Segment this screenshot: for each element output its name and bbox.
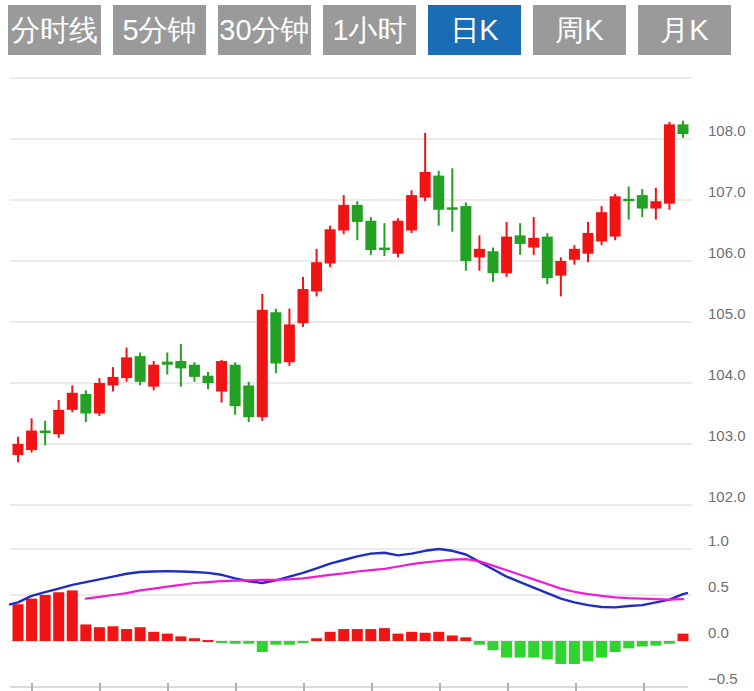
candle-body	[623, 199, 634, 201]
macd-histogram-bar	[420, 633, 431, 641]
macd-histogram-bar	[352, 629, 363, 641]
macd-histogram-bar	[569, 641, 580, 664]
macd-histogram-bar	[175, 636, 186, 641]
macd-histogram-bar	[284, 641, 295, 645]
candle-body	[257, 310, 268, 417]
candle-body	[297, 289, 308, 323]
macd-histogram-bar	[13, 604, 24, 641]
candle-body	[501, 237, 512, 274]
candle-body	[311, 262, 322, 291]
macd-histogram-bar	[447, 635, 458, 641]
macd-histogram-bar	[474, 641, 485, 645]
chart-canvas: 108.0107.0106.0105.0104.0103.0102.01.00.…	[0, 0, 754, 691]
candle-body	[216, 361, 227, 392]
candle-body	[610, 196, 621, 236]
candle-body	[447, 207, 458, 209]
candle-body	[148, 365, 159, 387]
candle-body	[528, 238, 539, 248]
candle-body	[284, 324, 295, 362]
candle-body	[338, 205, 349, 231]
candle-body	[135, 356, 146, 382]
macd-histogram-bar	[637, 641, 648, 647]
candle-body	[13, 444, 24, 455]
macd-histogram-bar	[243, 641, 254, 644]
macd-histogram-bar	[610, 641, 621, 652]
macd-histogram-bar	[582, 641, 593, 661]
tab-daily-k[interactable]: 日K	[428, 5, 521, 55]
macd-histogram-bar	[270, 641, 281, 645]
candle-body	[596, 212, 607, 241]
candle-body	[650, 201, 661, 208]
candle-body	[40, 431, 51, 433]
candle-body	[542, 237, 553, 278]
macd-histogram-bar	[487, 641, 498, 650]
candle-body	[365, 221, 376, 250]
candle-body	[53, 410, 64, 434]
macd-histogram-bar	[107, 626, 118, 641]
macd-histogram-bar	[162, 634, 173, 641]
macd-histogram-bar	[189, 638, 200, 641]
candle-body	[433, 176, 444, 210]
candle-body	[80, 394, 91, 414]
macd-histogram-bar	[460, 637, 471, 641]
macd-histogram-bar	[555, 641, 566, 664]
macd-histogram-bar	[501, 641, 512, 658]
macd-histogram-bar	[202, 640, 213, 642]
macd-histogram-bar	[623, 641, 634, 648]
tab-monthly-k[interactable]: 月K	[638, 5, 731, 55]
candle-body	[379, 248, 390, 250]
tab-weekly-k[interactable]: 周K	[533, 5, 626, 55]
candle-body	[175, 361, 186, 368]
macd-histogram-bar	[257, 641, 268, 652]
macd-histogram-bar	[297, 641, 308, 643]
macd-histogram-bar	[121, 629, 132, 641]
candle-body	[664, 124, 675, 203]
candle-body	[582, 233, 593, 254]
macd-histogram-bar	[26, 599, 37, 641]
candle-body	[555, 261, 566, 276]
candle-body	[515, 235, 526, 244]
candle-body	[487, 251, 498, 273]
macd-histogram-bar	[230, 641, 241, 644]
candle-body	[406, 195, 417, 230]
price-tick-label: 103.0	[708, 427, 746, 444]
candle-body	[270, 312, 281, 363]
dea-line	[86, 559, 683, 600]
macd-histogram-bar	[664, 641, 675, 644]
price-tick-label: 104.0	[708, 366, 746, 383]
macd-histogram-bar	[528, 641, 539, 658]
macd-histogram-bar	[596, 641, 607, 658]
macd-histogram-bar	[216, 641, 227, 643]
period-tabs: 分时线 5分钟 30分钟 1小时 日K 周K 月K	[8, 5, 731, 55]
tab-1hour[interactable]: 1小时	[323, 5, 416, 55]
macd-histogram-bar	[677, 634, 688, 641]
macd-histogram-bar	[379, 628, 390, 641]
macd-histogram-bar	[515, 641, 526, 658]
kline-widget: 分时线 5分钟 30分钟 1小时 日K 周K 月K 108.0107.0106.…	[0, 0, 754, 691]
candle-body	[637, 195, 648, 208]
dif-line	[10, 549, 687, 607]
candle-body	[107, 377, 118, 386]
macd-histogram-bar	[148, 632, 159, 641]
macd-histogram-bar	[650, 641, 661, 646]
macd-histogram-bar	[542, 641, 553, 659]
macd-tick-label: −0.5	[708, 670, 738, 687]
macd-histogram-bar	[94, 627, 105, 641]
tab-5min[interactable]: 5分钟	[113, 5, 206, 55]
macd-histogram-bar	[80, 624, 91, 641]
tab-timeshare[interactable]: 分时线	[8, 5, 101, 55]
candle-body	[230, 365, 241, 406]
candle-body	[94, 383, 105, 414]
candle-body	[474, 249, 485, 258]
macd-histogram-bar	[338, 629, 349, 641]
macd-histogram-bar	[433, 632, 444, 641]
candle-body	[67, 393, 78, 410]
tab-30min[interactable]: 30分钟	[218, 5, 311, 55]
candle-body	[202, 376, 213, 383]
macd-histogram-bar	[67, 590, 78, 641]
price-tick-label: 106.0	[708, 244, 746, 261]
macd-histogram-bar	[311, 638, 322, 641]
price-tick-label: 105.0	[708, 305, 746, 322]
candle-body	[392, 221, 403, 254]
candle-body	[460, 206, 471, 261]
